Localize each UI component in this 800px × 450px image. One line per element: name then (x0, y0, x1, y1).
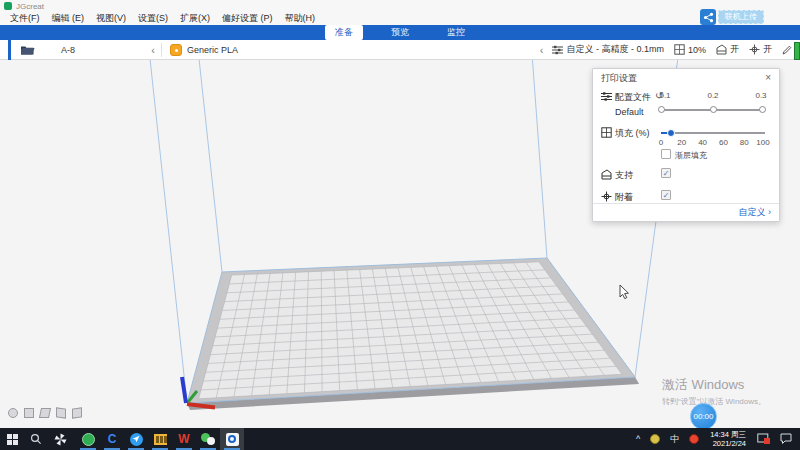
toolbar-accent (8, 40, 11, 60)
menu-settings[interactable]: 设置(S) (132, 12, 174, 25)
tab-monitor[interactable]: 监控 (437, 25, 475, 40)
tray-red-icon[interactable] (684, 434, 704, 444)
infill-tick-20: 20 (677, 138, 686, 147)
view-3d-icon[interactable] (8, 408, 18, 418)
material-icon (170, 44, 182, 56)
search-icon (30, 433, 42, 445)
tab-preview[interactable]: 预览 (381, 25, 419, 40)
profile-knob-02[interactable] (710, 106, 717, 113)
window-title: JGcreat (16, 2, 44, 11)
panel-header[interactable]: 打印设置 × (593, 69, 779, 87)
profile-summary-label: 自定义 - 高精度 - 0.1mm (566, 43, 664, 56)
menu-file[interactable]: 文件(F) (4, 12, 46, 25)
view-left-icon[interactable] (56, 407, 66, 418)
upload-button-label: 联机上传 (718, 10, 764, 24)
panel-title: 打印设置 (601, 72, 637, 85)
windows-logo-icon (7, 434, 18, 445)
app-logo-icon (4, 2, 12, 10)
infill-tick-0: 0 (659, 138, 663, 147)
profile-knob-03[interactable] (759, 106, 766, 113)
support-icon (716, 44, 727, 55)
menu-preferences[interactable]: 偏好设置 (P) (216, 12, 279, 25)
taskbar-app-pinwheel[interactable] (48, 428, 72, 450)
taskbar-app-w[interactable]: W (172, 428, 196, 450)
infill-tick-80: 80 (740, 138, 749, 147)
open-file-button[interactable] (12, 40, 43, 60)
print-settings-panel: 打印设置 × 配置文件 ↺ 0.1 0.2 0.3 Default 填充 (%)… (592, 68, 780, 222)
chevron-collapse-icon[interactable]: ‹ (534, 44, 550, 56)
taskbar-app-wechat[interactable] (196, 428, 220, 450)
view-right-icon[interactable] (72, 407, 82, 418)
taskbar-app-green[interactable] (76, 428, 100, 450)
infill-tick-60: 60 (719, 138, 728, 147)
profile-tick-01: 0.1 (659, 91, 670, 100)
support-label: 支持 (615, 169, 633, 182)
start-button[interactable] (0, 428, 24, 450)
adhesion-row-icon (601, 191, 612, 202)
profile-tick-03: 0.3 (755, 91, 766, 100)
printer-name: A-8 (61, 45, 75, 55)
profile-label: 配置文件 (615, 91, 651, 104)
notification-icon (757, 433, 770, 445)
gradual-infill-label: 渐层填充 (675, 150, 707, 161)
tray-caret[interactable]: ^ (631, 434, 645, 444)
tray-yellow-icon[interactable] (645, 434, 665, 444)
tray-notification[interactable] (752, 433, 775, 445)
screen-recorder-bubble[interactable]: 00:00 (690, 403, 717, 430)
panel-footer: 自定义 › (593, 203, 779, 221)
menu-bar: 文件(F) 编辑 (E) 视图(V) 设置(S) 扩展(X) 偏好设置 (P) … (0, 12, 800, 25)
desktop: JGcreat 文件(F) 编辑 (E) 视图(V) 设置(S) 扩展(X) 偏… (0, 0, 800, 450)
taskbar-app-jgcreat[interactable] (220, 428, 244, 450)
close-icon[interactable]: × (765, 73, 771, 83)
tab-prepare[interactable]: 准备 (325, 25, 363, 40)
infill-label: 填充 (%) (615, 127, 650, 140)
support-summary-state: 开 (730, 43, 739, 56)
profile-knob-01[interactable] (658, 106, 665, 113)
infill-slider-track[interactable] (661, 132, 765, 134)
ime-indicator[interactable]: 中 (665, 433, 684, 446)
adhesion-checkbox[interactable]: ✓ (661, 190, 671, 200)
sliders-icon (552, 45, 563, 55)
menu-help[interactable]: 帮助(H) (279, 12, 322, 25)
clock-date: 2021/2/24 (710, 439, 746, 448)
support-checkbox[interactable]: ✓ (661, 168, 671, 178)
camera-view-buttons (8, 408, 82, 418)
adhesion-summary-state: 开 (763, 43, 772, 56)
recorder-timer: 00:00 (693, 412, 713, 421)
menu-extensions[interactable]: 扩展(X) (174, 12, 216, 25)
network-upload-button[interactable]: 联机上传 (700, 8, 764, 26)
print-settings-summary[interactable]: ‹ 自定义 - 高精度 - 0.1mm 10% 开 开 (534, 43, 800, 56)
support-row-icon (601, 169, 612, 180)
taskbar-app-bank[interactable] (148, 428, 172, 450)
customize-button[interactable]: 自定义 › (739, 206, 772, 219)
action-center-icon (780, 433, 792, 445)
window-titlebar: JGcreat (0, 0, 800, 12)
network-share-icon (700, 9, 716, 25)
w-app-icon: W (178, 432, 189, 446)
clock-time: 14:34 周三 (710, 430, 746, 439)
view-front-icon[interactable] (24, 408, 34, 418)
search-button[interactable] (24, 428, 48, 450)
view-top-icon[interactable] (39, 408, 51, 418)
taskbar-app-messenger[interactable] (124, 428, 148, 450)
taskbar-app-c[interactable]: C (100, 428, 124, 450)
paper-plane-icon (130, 433, 143, 446)
printer-selector[interactable]: A-8 ‹ (43, 44, 161, 56)
gradual-infill-checkbox[interactable] (661, 149, 671, 159)
taskbar-clock[interactable]: 14:34 周三 2021/2/24 (704, 430, 752, 448)
infill-tick-40: 40 (698, 138, 707, 147)
action-center-button[interactable] (775, 433, 800, 445)
menu-view[interactable]: 视图(V) (90, 12, 132, 25)
c-app-icon: C (108, 432, 117, 446)
adhesion-icon (749, 44, 760, 55)
infill-slider-handle[interactable] (667, 129, 675, 137)
configuration-toolbar: A-8 ‹ Generic PLA ‹ 自定义 - 高精度 - 0.1mm 10… (0, 40, 800, 60)
infill-summary-value: 10% (688, 45, 706, 55)
chevron-left-icon[interactable]: ‹ (145, 44, 161, 56)
material-selector[interactable]: Generic PLA (162, 40, 246, 60)
pinwheel-icon (54, 433, 67, 446)
infill-icon (674, 44, 685, 55)
color-swatch-sliver (794, 42, 800, 60)
edit-pencil-icon[interactable] (782, 45, 792, 55)
menu-edit[interactable]: 编辑 (E) (46, 12, 91, 25)
